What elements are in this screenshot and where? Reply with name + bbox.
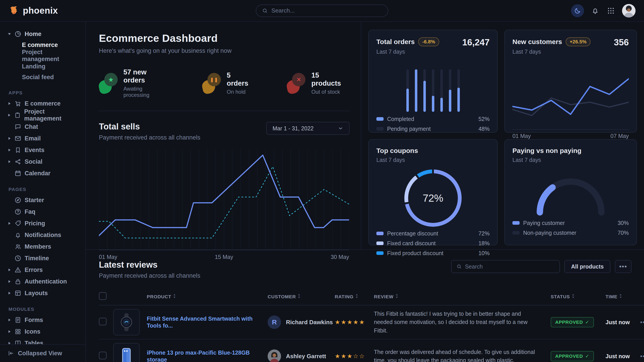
- pie-chart-icon: [14, 30, 22, 37]
- sidebar-item-social[interactable]: Social: [8, 156, 81, 167]
- card-subtitle: Last 7 days: [376, 48, 439, 55]
- layout-icon: [14, 290, 22, 297]
- customer-cell[interactable]: R Richard Dawkins: [268, 316, 335, 329]
- customer-avatar-initial: R: [268, 316, 281, 329]
- sort-icon: [396, 294, 398, 299]
- check-icon: ✓: [585, 320, 589, 325]
- column-header-product[interactable]: PRODUCT: [147, 294, 176, 299]
- sidebar-item-timeline[interactable]: Timeline: [8, 252, 81, 264]
- star-icon: ★: [104, 73, 118, 86]
- legend-value: 18%: [478, 240, 490, 247]
- column-header-rating[interactable]: RATING: [335, 294, 358, 299]
- sidebar-item-label: Errors: [24, 267, 43, 274]
- row-more-button[interactable]: •••: [640, 319, 644, 326]
- sidebar-item-project-management-dashboard[interactable]: Project management: [8, 50, 81, 61]
- sidebar-item-label: Email: [24, 135, 41, 142]
- all-products-button[interactable]: All products: [564, 260, 610, 273]
- x-tick-label: 07 May: [610, 133, 629, 139]
- sidebar-item-label: Calendar: [24, 170, 50, 177]
- global-search[interactable]: [256, 4, 388, 17]
- column-header-status[interactable]: STATUS: [551, 294, 575, 299]
- legend-row: Non-paying customer 70%: [512, 228, 629, 238]
- legend-value: 52%: [478, 116, 490, 122]
- column-header-review[interactable]: REVIEW: [374, 294, 398, 299]
- column-header-customer[interactable]: CUSTOMER: [268, 294, 300, 299]
- sidebar-item-members[interactable]: Members: [8, 241, 81, 252]
- date-range-select[interactable]: Mar 1 - 31, 2022: [266, 122, 350, 135]
- sidebar-item-authentication[interactable]: Authentication: [8, 276, 81, 287]
- apps-menu-button[interactable]: [606, 6, 615, 15]
- notifications-button[interactable]: [591, 6, 600, 15]
- theme-toggle-button[interactable]: [571, 4, 584, 17]
- select-all-checkbox[interactable]: [99, 292, 106, 300]
- customer-cell[interactable]: Ashley Garrett: [268, 350, 335, 362]
- card-title: Top coupons: [376, 147, 418, 154]
- sidebar-item-social-feed[interactable]: Social feed: [8, 72, 81, 82]
- order-bar: [440, 69, 443, 112]
- column-header-time[interactable]: TIME: [606, 294, 622, 299]
- legend-value: 72%: [478, 230, 490, 237]
- sidebar-item-faq[interactable]: Faq: [8, 206, 81, 218]
- table-icon: [14, 340, 22, 344]
- product-thumbnail-iphone[interactable]: [113, 343, 140, 362]
- sidebar-item-project-management[interactable]: Project management: [8, 109, 81, 121]
- orders-bar-chart: [376, 69, 490, 112]
- status-badge: APPROVED ✓: [551, 351, 594, 361]
- sidebar-item-layouts[interactable]: Layouts: [8, 287, 81, 299]
- chevron-down-icon: [338, 126, 343, 131]
- sort-icon: [298, 294, 300, 299]
- legend-swatch-pending: [376, 127, 384, 131]
- top-navbar: phoenix: [0, 0, 644, 22]
- sidebar-item-label: Members: [24, 243, 51, 250]
- sidebar-item-label: Tables: [24, 340, 44, 344]
- total-sells-subtitle: Payment received across all channels: [99, 134, 200, 141]
- product-link[interactable]: iPhone 13 pro max-Pacific Blue-128GB sto…: [147, 350, 250, 362]
- user-avatar[interactable]: [622, 4, 636, 17]
- row-more-button[interactable]: •••: [640, 353, 644, 360]
- review-text: The order was delivered ahead of schedul…: [374, 348, 551, 362]
- legend-row: Pending payment 48%: [376, 124, 490, 134]
- stat-sub: Awating processing: [124, 86, 169, 98]
- reviews-more-button[interactable]: •••: [615, 260, 632, 273]
- sidebar-item-email[interactable]: Email: [8, 133, 81, 144]
- collapsed-view-button[interactable]: Collapsed View: [0, 344, 86, 362]
- sidebar-item-forms[interactable]: Forms: [8, 314, 81, 326]
- latest-reviews-subtitle: Payment received across all channels: [99, 272, 200, 279]
- sidebar-item-label: Notifications: [24, 232, 61, 239]
- sidebar-group-home[interactable]: Home: [8, 28, 81, 39]
- legend-row: Fixed product discount 10%: [376, 248, 490, 258]
- paying-gauge-chart: [512, 176, 629, 216]
- sidebar-item-calendar[interactable]: Calendar: [8, 167, 81, 179]
- row-checkbox[interactable]: [99, 352, 106, 359]
- total-sells-chart: 01 May 15 May 30 May: [99, 149, 350, 261]
- reviews-search[interactable]: [451, 260, 560, 273]
- row-checkbox[interactable]: [99, 318, 106, 325]
- sidebar-item-events[interactable]: Events: [8, 144, 81, 156]
- legend-swatch: [512, 231, 520, 235]
- sidebar-item-pricing[interactable]: Pricing: [8, 218, 81, 229]
- sidebar-item-label: Chat: [24, 123, 38, 130]
- sidebar-item-icons[interactable]: Icons: [8, 326, 81, 338]
- calendar-icon: [14, 170, 22, 177]
- sort-icon: [173, 294, 176, 299]
- global-search-input[interactable]: [272, 7, 382, 14]
- sidebar-item-landing[interactable]: Landing: [8, 61, 81, 72]
- brand-logo[interactable]: phoenix: [8, 5, 58, 16]
- sidebar-item-chat[interactable]: Chat: [8, 121, 81, 133]
- sidebar-item-e-commerce[interactable]: E commerce: [8, 98, 81, 109]
- sidebar-item-errors[interactable]: Errors: [8, 264, 81, 276]
- reviews-search-input[interactable]: [465, 263, 554, 270]
- caret-down-icon: [8, 33, 11, 35]
- legend-label: Fixed product discount: [387, 250, 444, 257]
- sidebar-item-tables[interactable]: Tables: [8, 338, 81, 344]
- product-thumbnail-smartwatch[interactable]: [113, 309, 140, 335]
- review-time: Just now: [606, 319, 630, 325]
- sidebar-item-starter[interactable]: Starter: [8, 194, 81, 206]
- sidebar-item-label: Layouts: [24, 290, 48, 297]
- iphone-image: [116, 346, 137, 362]
- product-link[interactable]: Fitbit Sense Advanced Smartwatch with To…: [147, 316, 253, 329]
- paying-vs-nonpaying-card: Paying vs non paying Last 7 days: [504, 139, 637, 245]
- sidebar-item-notifications[interactable]: Notifications: [8, 229, 81, 241]
- legend-swatch: [376, 242, 384, 245]
- sidebar-section-pages: PAGES: [8, 187, 81, 192]
